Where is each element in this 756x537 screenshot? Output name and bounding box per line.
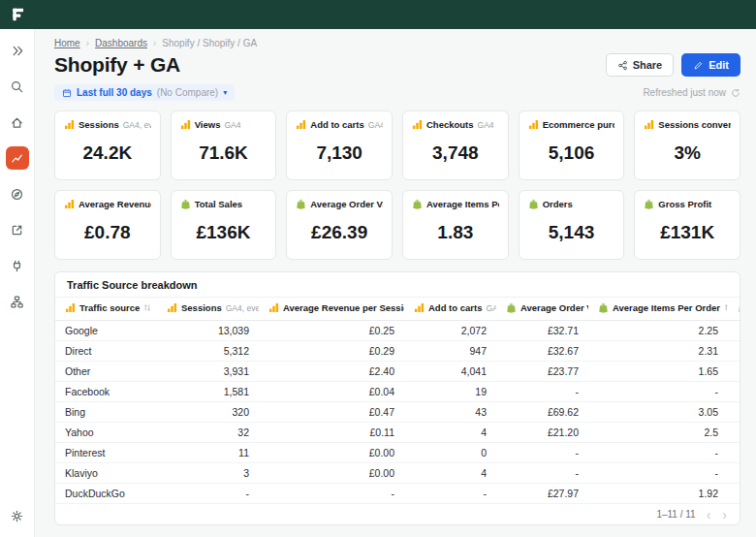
value-cell: £0.00 bbox=[259, 463, 404, 484]
kpi-label-row: Add to cartsGA4 bbox=[296, 119, 383, 130]
value-cell: £23.77 bbox=[496, 362, 588, 382]
table-row-google[interactable]: Google13,039£0.252,072£32.712.25 bbox=[55, 321, 740, 341]
table-wrap: Traffic sourceSessionsGA4, event basedAv… bbox=[55, 297, 740, 504]
home-icon bbox=[10, 115, 24, 130]
kpi-card-checkouts[interactable]: CheckoutsGA43,748 bbox=[402, 111, 509, 180]
column-header-average-order-value[interactable]: Average Order Value bbox=[496, 298, 588, 321]
refresh-icon[interactable] bbox=[731, 88, 740, 98]
kpi-value: £136K bbox=[180, 222, 268, 243]
kpi-card-average-items-per-order[interactable]: Average Items Per Orde1.83 bbox=[402, 190, 509, 260]
chevrons-right-icon bbox=[10, 44, 24, 58]
column-label: Average Revenue per Session bbox=[283, 302, 404, 313]
ga4-icon bbox=[180, 119, 191, 130]
kpi-card-add-to-carts[interactable]: Add to cartsGA47,130 bbox=[286, 111, 393, 180]
gear-icon bbox=[10, 509, 24, 523]
app-logo[interactable] bbox=[10, 6, 27, 23]
table-row-other[interactable]: Other3,931£2.404,041£23.771.65 bbox=[55, 362, 740, 382]
table-row-klaviyo[interactable]: Klaviyo3£0.004-- bbox=[55, 463, 740, 484]
breadcrumb-separator: › bbox=[86, 38, 89, 48]
kpi-label-row: Gross Profit bbox=[644, 199, 731, 209]
page-title: Shopify + GA bbox=[54, 53, 180, 77]
column-header-sessions[interactable]: SessionsGA4, event based bbox=[157, 298, 259, 321]
kpi-card-average-order-value[interactable]: Average Order Value£26.39 bbox=[286, 190, 393, 260]
share-button[interactable]: Share bbox=[606, 53, 675, 77]
column-header-add-to-carts[interactable]: Add to cartsGA4 bbox=[404, 298, 496, 321]
breadcrumb: Home›Dashboards›Shopify / Shopify / GA bbox=[54, 37, 740, 48]
kpi-label: Sessions conversion ra bbox=[658, 119, 731, 130]
date-range-label: Last full 30 days bbox=[77, 87, 152, 98]
table-row-direct[interactable]: Direct5,312£0.29947£32.672.31 bbox=[55, 341, 740, 362]
sidebar-item-integrations[interactable] bbox=[6, 254, 29, 277]
kpi-card-total-sales[interactable]: Total Sales£136K bbox=[171, 190, 277, 260]
kpi-card-gross-profit[interactable]: Gross Profit£131K bbox=[634, 190, 740, 260]
sidebar-item-home[interactable] bbox=[6, 111, 29, 134]
sidebar-item-dashboards[interactable] bbox=[6, 146, 29, 170]
table-row-facebook[interactable]: Facebook1,581£0.0419-- bbox=[55, 382, 740, 402]
table-row-yahoo[interactable]: Yahoo32£0.114£21.202.5 bbox=[55, 423, 740, 443]
date-range-filter[interactable]: Last full 30 days (No Compare) ▾ bbox=[54, 84, 235, 101]
workflow-icon bbox=[10, 295, 24, 309]
value-cell bbox=[728, 341, 740, 362]
shopify-icon bbox=[644, 199, 654, 209]
kpi-label: Average Order Value bbox=[310, 199, 383, 209]
value-cell: 11 bbox=[157, 443, 259, 463]
traffic-source-cell: Bing bbox=[55, 402, 157, 423]
pagination-prev-button[interactable]: ‹ bbox=[706, 510, 712, 520]
sidebar-item-explore[interactable] bbox=[6, 182, 29, 205]
kpi-label: Sessions bbox=[79, 119, 119, 130]
column-header-traffic-source[interactable]: Traffic source bbox=[55, 298, 157, 321]
kpi-sublabel: GA4 bbox=[224, 120, 240, 130]
traffic-source-cell: Yahoo bbox=[55, 423, 157, 443]
column-header-c-truncated[interactable]: C bbox=[728, 298, 740, 321]
traffic-source-cell: Klaviyo bbox=[55, 463, 157, 484]
brand-mark-icon bbox=[10, 6, 27, 23]
arrow-up-right-icon bbox=[10, 223, 24, 237]
kpi-card-average-revenue-per-session[interactable]: Average Revenue per S£0.78 bbox=[54, 190, 161, 260]
kpi-card-ecommerce-purchases[interactable]: Ecommerce purchases5,106 bbox=[519, 111, 625, 180]
kpi-value: 71.6K bbox=[180, 142, 268, 164]
kpi-label: Ecommerce purchases bbox=[543, 119, 615, 130]
value-cell: 4 bbox=[404, 423, 496, 443]
value-cell: - bbox=[496, 463, 588, 484]
sidebar-item-shared[interactable] bbox=[6, 218, 29, 241]
kpi-label-row: Sessions conversion ra bbox=[644, 119, 731, 130]
main-content: Home›Dashboards›Shopify / Shopify / GA S… bbox=[35, 29, 756, 537]
kpi-card-sessions-conversion-rate[interactable]: Sessions conversion ra3% bbox=[634, 111, 740, 180]
table-title: Traffic Source breakdown bbox=[55, 272, 740, 297]
ga4-icon bbox=[528, 119, 539, 130]
breadcrumb-item-2[interactable]: Dashboards bbox=[95, 38, 147, 48]
kpi-value: 3% bbox=[644, 142, 731, 164]
kpi-label-row: SessionsGA4, event bas bbox=[64, 119, 151, 130]
breadcrumb-item-1[interactable]: Home bbox=[54, 38, 80, 48]
table-row-pinterest[interactable]: Pinterest11£0.000-- bbox=[55, 443, 740, 463]
kpi-card-orders[interactable]: Orders5,143 bbox=[519, 190, 625, 260]
column-sublabel: GA4, event based bbox=[226, 303, 259, 313]
kpi-card-views[interactable]: ViewsGA471.6K bbox=[171, 111, 277, 180]
value-cell: - bbox=[588, 443, 728, 463]
kpi-card-sessions[interactable]: SessionsGA4, event bas24.2K bbox=[54, 111, 161, 180]
chart-icon bbox=[10, 151, 24, 166]
kpi-label: Average Items Per Orde bbox=[426, 199, 499, 209]
sidebar-item-collapse[interactable] bbox=[6, 39, 29, 62]
kpi-sublabel: GA4 bbox=[478, 120, 494, 130]
value-cell: 2,072 bbox=[404, 321, 496, 341]
table-row-bing[interactable]: Bing320£0.4743£69.623.05 bbox=[55, 402, 740, 423]
edit-button[interactable]: Edit bbox=[681, 53, 740, 77]
sidebar-item-workflows[interactable] bbox=[6, 290, 29, 313]
pagination-next-button[interactable]: › bbox=[721, 510, 728, 520]
value-cell: £27.97 bbox=[496, 484, 588, 504]
column-header-average-revenue-per-session[interactable]: Average Revenue per SessionGA4 bbox=[259, 298, 404, 321]
kpi-label-row: Ecommerce purchases bbox=[528, 119, 615, 130]
ga4-icon bbox=[64, 199, 75, 209]
value-cell: 3,931 bbox=[157, 362, 259, 382]
kpi-value: 3,748 bbox=[412, 142, 499, 164]
sort-icon[interactable] bbox=[143, 303, 151, 312]
traffic-source-cell: Facebook bbox=[55, 382, 157, 402]
column-label: Average Order Value bbox=[520, 302, 588, 313]
table-row-duckduckgo[interactable]: DuckDuckGo---£27.971.92 bbox=[55, 484, 740, 504]
sort-icon[interactable] bbox=[724, 303, 728, 312]
sidebar-item-settings[interactable] bbox=[6, 504, 29, 527]
kpi-label-row: ViewsGA4 bbox=[180, 119, 268, 130]
sidebar-item-search[interactable] bbox=[6, 75, 29, 98]
column-header-average-items-per-order[interactable]: Average Items Per Order bbox=[588, 298, 728, 321]
